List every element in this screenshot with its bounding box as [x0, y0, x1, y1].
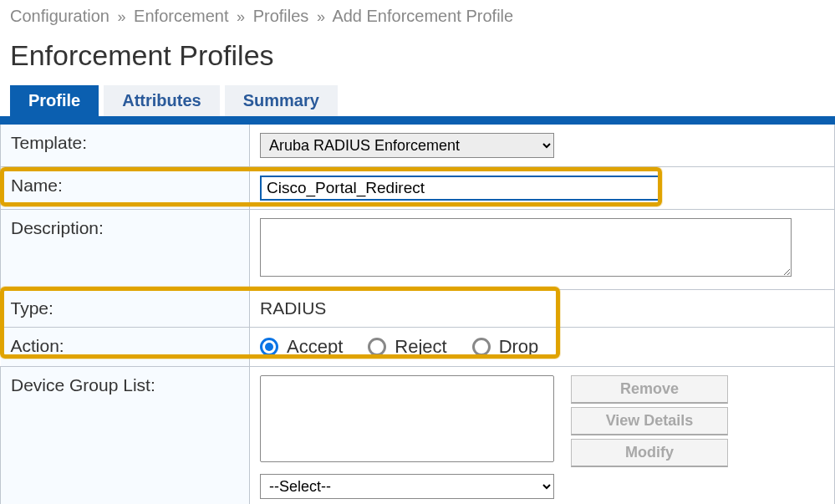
- action-label: Action:: [1, 328, 250, 367]
- description-input[interactable]: [260, 218, 792, 277]
- crumb-profiles[interactable]: Profiles: [253, 7, 309, 25]
- device-group-select[interactable]: --Select--: [260, 474, 554, 499]
- template-label: Template:: [1, 125, 250, 167]
- action-reject[interactable]: Reject: [368, 336, 446, 358]
- action-drop-label: Drop: [499, 336, 539, 358]
- description-label: Description:: [1, 210, 250, 290]
- type-value: RADIUS: [250, 290, 835, 328]
- name-label: Name:: [1, 167, 250, 210]
- crumb-sep: »: [237, 8, 245, 25]
- tab-underline: [0, 116, 835, 125]
- action-reject-label: Reject: [395, 336, 446, 358]
- crumb-enforcement[interactable]: Enforcement: [134, 7, 228, 25]
- crumb-sep: »: [118, 8, 126, 25]
- crumb-configuration[interactable]: Configuration: [10, 7, 109, 25]
- action-accept-label: Accept: [287, 336, 343, 358]
- remove-button[interactable]: Remove: [571, 375, 728, 404]
- action-radiogroup: Accept Reject Drop: [260, 336, 824, 358]
- crumb-sep: »: [317, 8, 325, 25]
- action-drop-radio[interactable]: [472, 338, 491, 356]
- device-group-list-label: Device Group List:: [1, 367, 250, 505]
- action-drop[interactable]: Drop: [472, 336, 539, 358]
- page-title: Enforcement Profiles: [0, 31, 835, 85]
- tab-bar: Profile Attributes Summary: [0, 85, 835, 116]
- modify-button[interactable]: Modify: [571, 439, 728, 467]
- tab-profile[interactable]: Profile: [10, 85, 99, 116]
- tab-summary[interactable]: Summary: [225, 85, 338, 116]
- action-reject-radio[interactable]: [368, 338, 386, 356]
- view-details-button[interactable]: View Details: [571, 407, 728, 435]
- action-accept[interactable]: Accept: [260, 336, 343, 358]
- crumb-add-enforcement-profile: Add Enforcement Profile: [332, 7, 513, 25]
- breadcrumb: Configuration » Enforcement » Profiles »…: [0, 0, 835, 31]
- template-select[interactable]: Aruba RADIUS Enforcement: [260, 133, 554, 158]
- device-group-listbox[interactable]: [260, 375, 554, 462]
- tab-attributes[interactable]: Attributes: [104, 85, 219, 116]
- type-label: Type:: [1, 290, 250, 328]
- name-input[interactable]: [260, 176, 659, 201]
- profile-form: Template: Aruba RADIUS Enforcement Name:…: [0, 125, 835, 504]
- action-accept-radio[interactable]: [260, 338, 278, 356]
